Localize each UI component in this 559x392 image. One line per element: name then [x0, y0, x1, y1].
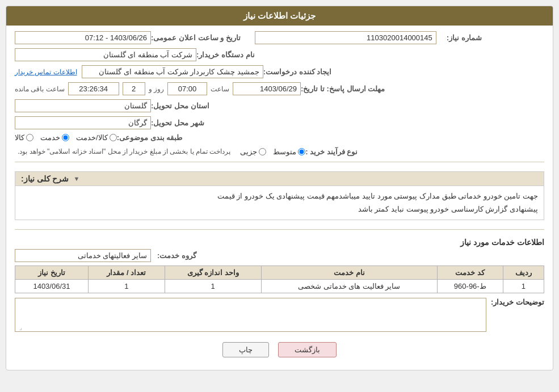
- nam-dastgah-value: شرکت آب منطقه ای گلستان: [15, 48, 196, 61]
- row-nam-dastgah: نام دستگاه خریدار: شرکت آب منطقه ای گلست…: [15, 48, 544, 61]
- saat-label: ساعت: [211, 85, 229, 93]
- th-tarikh: تاریخ نیاز: [15, 265, 89, 279]
- tawzih-section: توضیحات خریدار: ⌟: [15, 298, 544, 332]
- th-radif: ردیف: [503, 265, 544, 279]
- radio-kala[interactable]: کالا: [15, 133, 33, 142]
- services-tbody: 1ط-96-960سایر فعالیت های خدماتی شخصی1114…: [15, 279, 544, 293]
- row-shrh: ▼ شرح کلی نیاز: جهت تامین خودرو خدماتی ط…: [15, 167, 544, 225]
- mohlat-remaining: 23:26:34: [68, 82, 119, 95]
- radio-kala-input[interactable]: [26, 134, 33, 141]
- shrh-header: ▼ شرح کلی نیاز:: [15, 172, 544, 186]
- roz-label: روز و: [149, 85, 164, 93]
- mohlat-roz: 2: [123, 82, 145, 95]
- row-ijad-konnande: ایجاد کننده درخواست: جمشید چشک کاربردار …: [15, 65, 544, 78]
- th-nam: نام خدمت: [261, 265, 437, 279]
- radio-jozvi[interactable]: جزیی: [240, 147, 266, 156]
- shrh-content: جهت تامین خودرو خدماتی طبق مدارک پیوستی …: [15, 186, 544, 220]
- divider1: [15, 162, 544, 162]
- nam-dastgah-label: نام دستگاه خریدار:: [196, 50, 255, 59]
- table-row: 1ط-96-960سایر فعالیت های خدماتی شخصی1114…: [15, 279, 544, 293]
- mohlat-saat: 07:00: [167, 82, 207, 95]
- mohlat-label: مهلت ارسال پاسخ: تا تاریخ:: [301, 85, 385, 93]
- radio-mottasat[interactable]: متوسط: [273, 147, 305, 156]
- farayand-label: نوع فرآیند خرید :: [305, 147, 358, 156]
- radio-khedmat-label: خدمت: [40, 133, 60, 142]
- services-header-row: ردیف کد خدمت نام خدمت واحد اندازه گیری ت…: [15, 265, 544, 279]
- ijad-label: ایجاد کننده درخواست:: [263, 68, 332, 76]
- mohlat-date: 1403/06/29: [233, 82, 301, 95]
- tawzih-label: توضیحات خریدار:: [491, 298, 544, 306]
- group-label: گروه خدمت:: [151, 251, 196, 260]
- remaining-label: ساعت باقی مانده: [15, 85, 65, 93]
- th-tedad: تعداد / مقدار: [88, 265, 165, 279]
- tarikh-elan-value: 1403/06/26 - 07:12: [15, 31, 151, 44]
- farayand-radio-group: متوسط جزیی: [240, 147, 305, 156]
- radio-mottasat-label: متوسط: [273, 147, 296, 156]
- page-title: جزئیات اطلاعات نیاز: [6, 6, 553, 26]
- farayand-note: پرداخت تمام یا بخشی از مبلغ خریدار از مح…: [15, 146, 233, 157]
- radio-kala-khedmat-input[interactable]: [110, 134, 117, 141]
- th-kod: کد خدمت: [437, 265, 503, 279]
- tabaqe-label: طبقه بندی موضوعی:: [117, 133, 183, 142]
- ostan-value: گلستان: [15, 99, 151, 112]
- cell-kod: ط-96-960: [437, 279, 503, 293]
- contact-info-link[interactable]: اطلاعات تماس خریدار: [15, 68, 77, 76]
- shrh-line1: جهت تامین خودرو خدماتی طبق مدارک پیوستی …: [21, 189, 538, 203]
- services-table-head: ردیف کد خدمت نام خدمت واحد اندازه گیری ت…: [15, 265, 544, 279]
- shrh-line2: پیشنهادی گزارش کارسناسی خودرو پیوست نبای…: [21, 203, 538, 216]
- row-shahr: شهر محل تحویل: گرگان: [15, 116, 544, 129]
- radio-jozvi-label: جزیی: [240, 147, 257, 156]
- radio-kala-label: کالا: [15, 133, 24, 142]
- print-button[interactable]: چاپ: [222, 342, 269, 357]
- shahr-value: گرگان: [15, 116, 151, 129]
- form-section: شماره نیاز: 1103020014000145 تاریخ و ساع…: [6, 26, 553, 370]
- ijad-value: جمشید چشک کاربردار شرکت آب منطقه ای گلست…: [82, 65, 263, 78]
- radio-kala-khedmat[interactable]: کالا/خدمت: [76, 133, 117, 142]
- row-group-khadamat: گروه خدمت: سایر فعالیتهای خدماتی: [15, 249, 544, 262]
- tarikh-elan-label: تاریخ و ساعت اعلان عمومی:: [151, 33, 241, 42]
- cell-radif: 1: [503, 279, 544, 293]
- tawzih-box: ⌟: [15, 298, 486, 332]
- radio-khedmat[interactable]: خدمت: [40, 133, 69, 142]
- shomare-value: 1103020014000145: [255, 31, 436, 44]
- radio-khedmat-input[interactable]: [62, 134, 69, 141]
- cell-tarikh: 1403/06/31: [15, 279, 89, 293]
- resize-handle-icon: ⌟: [16, 324, 22, 330]
- radio-jozvi-input[interactable]: [259, 148, 266, 155]
- ostan-label: استان محل تحویل:: [151, 102, 209, 110]
- tabaqe-radio-group: کالا/خدمت خدمت کالا: [15, 133, 117, 142]
- cell-nam: سایر فعالیت های خدماتی شخصی: [261, 279, 437, 293]
- mohlat-datetime: 1403/06/29 ساعت 07:00 روز و 2 23:26:34 س…: [15, 82, 301, 95]
- radio-kala-khedmat-label: کالا/خدمت: [76, 133, 108, 142]
- back-button[interactable]: بازگشت: [278, 342, 337, 357]
- row-mohlat: مهلت ارسال پاسخ: تا تاریخ: 1403/06/29 سا…: [15, 82, 544, 95]
- services-table: ردیف کد خدمت نام خدمت واحد اندازه گیری ت…: [15, 265, 544, 293]
- main-card: جزئیات اطلاعات نیاز شماره نیاز: 11030200…: [6, 6, 553, 370]
- radio-mottasat-input[interactable]: [298, 148, 305, 155]
- cell-tedad: 1: [88, 279, 165, 293]
- divider2: [15, 229, 544, 230]
- bottom-buttons: بازگشت چاپ: [15, 336, 544, 364]
- row-noe-farayand: نوع فرآیند خرید : متوسط جزیی پرداخت تمام…: [15, 146, 544, 157]
- cell-vahed: 1: [165, 279, 261, 293]
- row-tabaqe: طبقه بندی موضوعی: کالا/خدمت خدمت کالا: [15, 133, 544, 142]
- khadamat-title: اطلاعات خدمات مورد نیاز: [15, 234, 544, 249]
- shrh-scroll-icon: ▼: [73, 175, 79, 182]
- shrh-box: ▼ شرح کلی نیاز: جهت تامین خودرو خدماتی ط…: [15, 171, 544, 220]
- page-container: جزئیات اطلاعات نیاز شماره نیاز: 11030200…: [0, 0, 559, 392]
- th-vahed: واحد اندازه گیری: [165, 265, 261, 279]
- shomare-label: شماره نیاز:: [436, 33, 482, 42]
- shrh-title: شرح کلی نیاز:: [21, 174, 69, 183]
- shahr-label: شهر محل تحویل:: [151, 119, 204, 127]
- row-shomare-tarikh: شماره نیاز: 1103020014000145 تاریخ و ساع…: [15, 31, 544, 44]
- group-value: سایر فعالیتهای خدماتی: [15, 249, 151, 262]
- row-ostan: استان محل تحویل: گلستان: [15, 99, 544, 112]
